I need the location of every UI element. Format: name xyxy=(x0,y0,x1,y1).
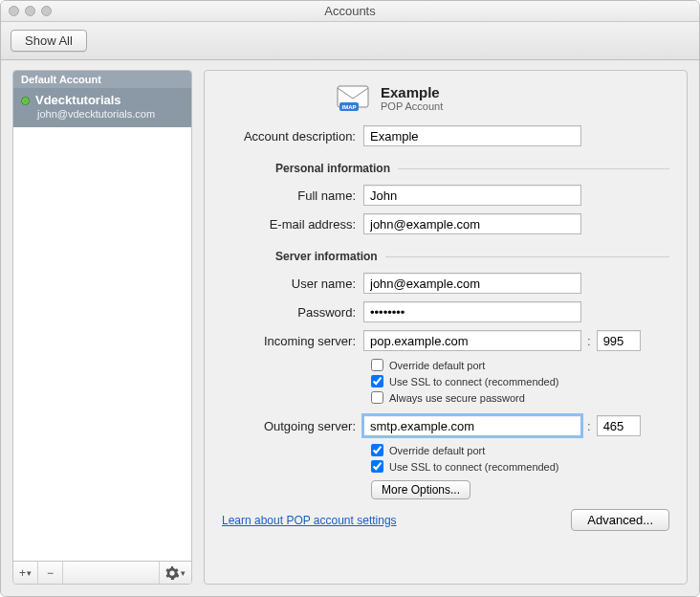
username-label: User name: xyxy=(222,276,363,291)
sidebar-actions-button[interactable]: ▾ xyxy=(159,562,191,584)
sidebar-account-email: john@vdecktutorials.com xyxy=(37,108,184,122)
show-all-button[interactable]: Show All xyxy=(11,30,87,52)
outgoing-ssl-checkbox[interactable] xyxy=(371,460,383,473)
sidebar-default-header: Default Account xyxy=(13,71,191,88)
titlebar: Accounts xyxy=(1,1,699,22)
outgoing-ssl-label: Use SSL to connect (recommended) xyxy=(389,461,559,473)
incoming-override-port-label: Override default port xyxy=(389,360,485,371)
email-input[interactable] xyxy=(363,213,581,234)
outgoing-server-input[interactable] xyxy=(363,415,581,436)
incoming-server-input[interactable] xyxy=(363,330,581,351)
accounts-window: Accounts Show All Default Account Vdeckt… xyxy=(0,0,700,597)
incoming-ssl-checkbox[interactable] xyxy=(371,375,383,387)
accounts-list[interactable]: Default Account Vdecktutorials john@vdec… xyxy=(13,71,191,561)
toolbar: Show All xyxy=(1,22,699,60)
incoming-ssl-label: Use SSL to connect (recommended) xyxy=(389,376,559,387)
add-account-button[interactable]: + ▾ xyxy=(13,562,38,584)
window-title: Accounts xyxy=(1,4,699,18)
sidebar-footer-spacer xyxy=(63,562,159,584)
account-type-label: POP Account xyxy=(381,100,443,112)
traffic-lights xyxy=(9,6,52,16)
mail-imap-icon: IMAP xyxy=(337,85,369,112)
content-area: Default Account Vdecktutorials john@vdec… xyxy=(1,60,699,596)
advanced-button[interactable]: Advanced... xyxy=(571,509,669,531)
account-header: IMAP Example POP Account xyxy=(337,84,669,112)
svg-text:IMAP: IMAP xyxy=(342,104,357,110)
plus-icon: + xyxy=(19,566,26,580)
incoming-secure-password-checkbox[interactable] xyxy=(371,391,383,404)
password-label: Password: xyxy=(222,305,363,320)
outgoing-override-port-checkbox[interactable] xyxy=(371,444,383,456)
learn-pop-link[interactable]: Learn about POP account settings xyxy=(222,514,397,527)
password-input[interactable] xyxy=(363,301,581,322)
email-label: E-mail address: xyxy=(222,217,363,232)
close-icon[interactable] xyxy=(9,6,19,16)
incoming-secure-password-label: Always use secure password xyxy=(389,392,525,404)
full-name-input[interactable] xyxy=(363,185,581,206)
accounts-sidebar: Default Account Vdecktutorials john@vdec… xyxy=(12,70,192,585)
dropdown-icon: ▾ xyxy=(27,568,32,578)
outgoing-server-label: Outgoing server: xyxy=(222,419,363,433)
remove-account-button[interactable]: − xyxy=(38,562,63,584)
account-description-input[interactable] xyxy=(363,125,581,146)
port-separator: : xyxy=(581,334,597,348)
sidebar-account-name: Vdecktutorials xyxy=(35,93,121,108)
port-separator: : xyxy=(581,419,597,433)
status-online-icon xyxy=(21,97,30,105)
outgoing-port-input[interactable] xyxy=(597,415,641,436)
minus-icon: − xyxy=(47,566,54,580)
outgoing-override-port-label: Override default port xyxy=(389,445,485,456)
dropdown-icon: ▾ xyxy=(181,568,186,578)
account-settings-panel: IMAP Example POP Account Account descrip… xyxy=(204,70,688,585)
account-description-label: Account description: xyxy=(222,129,363,144)
gear-icon xyxy=(165,566,179,580)
sidebar-footer: + ▾ − ▾ xyxy=(13,561,191,584)
zoom-icon[interactable] xyxy=(41,6,52,16)
minimize-icon[interactable] xyxy=(25,6,35,16)
full-name-label: Full name: xyxy=(222,188,363,203)
more-options-button[interactable]: More Options... xyxy=(371,480,470,499)
personal-info-heading: Personal information xyxy=(275,162,398,175)
divider xyxy=(398,168,669,169)
server-info-heading: Server information xyxy=(275,250,385,263)
divider xyxy=(385,256,669,257)
incoming-override-port-checkbox[interactable] xyxy=(371,359,383,371)
sidebar-account-item[interactable]: Vdecktutorials john@vdecktutorials.com xyxy=(13,88,191,127)
account-title: Example xyxy=(381,84,443,100)
incoming-port-input[interactable] xyxy=(597,330,641,351)
incoming-server-label: Incoming server: xyxy=(222,334,363,348)
username-input[interactable] xyxy=(363,273,581,294)
